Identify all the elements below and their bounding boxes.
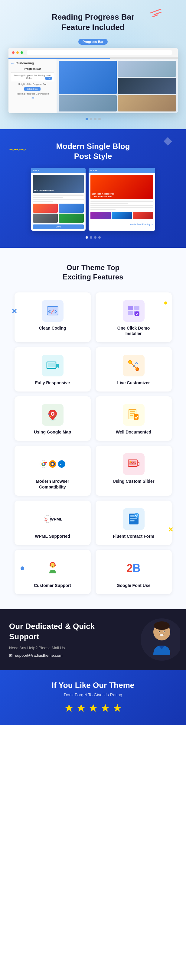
svg-rect-2 [128, 306, 133, 310]
star-1: ★ [64, 702, 74, 714]
blog-line-1 [33, 194, 84, 196]
font-icon-2: 2 [127, 562, 133, 574]
dot-inactive-1 [90, 118, 92, 120]
feature-card-support: Customer Support [14, 550, 91, 594]
chrome-icon [40, 460, 48, 468]
svg-point-56 [154, 621, 170, 630]
support-subtitle: Need Any Help? Please Mail Us [9, 646, 100, 650]
features-section: Our Theme Top Exciting Features ✕ ✕ Clea… [0, 248, 186, 609]
svg-rect-0 [47, 307, 58, 315]
fluent-form-icon [127, 512, 140, 526]
browser-icons-row: e [40, 460, 66, 468]
progress-bar-heading: Progress Bar [11, 67, 54, 70]
svg-point-53 [53, 565, 54, 565]
b-dot-2 [35, 170, 37, 171]
customizer-icon-wrapper [123, 355, 144, 376]
blog-dot-i1 [90, 236, 92, 239]
support-person-area [119, 616, 180, 664]
feature-card-google-map: Using Google Map [14, 396, 91, 441]
rating-subtitle: Don't Forget To Give Us Rating [9, 692, 177, 697]
blog-text-lines-left [33, 194, 84, 202]
blog-img-grid [33, 204, 84, 223]
responsive-label: Fully Responsive [19, 380, 86, 385]
support-icon [45, 561, 60, 576]
svg-point-21 [48, 414, 50, 415]
svg-point-30 [43, 463, 44, 465]
star-3: ★ [88, 702, 98, 714]
svg-point-14 [136, 368, 139, 371]
stars-container: ★ ★ ★ ★ ★ [9, 702, 177, 714]
support-title: Our Dedicated & Quick Support [9, 621, 100, 642]
feature-card-demo-installer: One Click Demo Installer [96, 293, 172, 342]
blog-dot-indicators [6, 236, 180, 239]
img-block-dark [118, 78, 176, 94]
fluent-form-label: Fluent Contact Form [100, 533, 167, 539]
browser-compat-icon-wrapper: e [42, 453, 64, 475]
blog-hero-main: Best Tech AccessoriesFor All Occasions [90, 175, 153, 199]
rating-title: If You Like Our Theme [9, 681, 177, 690]
img-block-3 [118, 95, 176, 111]
svg-point-52 [51, 565, 52, 565]
feature-card-docs: Well Documented [96, 396, 172, 441]
star-5: ★ [112, 702, 122, 714]
main-img-3 [133, 212, 153, 220]
mockup-split: ← Customizing Progress Bar Reading Progr… [8, 59, 178, 113]
font-icon-text: 2B [127, 563, 140, 574]
svg-point-60 [164, 632, 165, 632]
dot-active [86, 118, 88, 120]
svg-point-13 [128, 360, 131, 363]
browser-url-bar [27, 50, 172, 55]
blog-dot-active [86, 236, 88, 239]
responsive-icon-wrapper [42, 355, 64, 376]
read-more-area: Mobile Post Reading → [90, 221, 153, 226]
slider-label: Using Custom Slider [100, 479, 167, 484]
blog-line-3 [33, 199, 84, 200]
back-arrow-icon: ← [11, 61, 14, 65]
blog-line-2 [33, 197, 64, 198]
firefox-icon [49, 460, 56, 468]
main-line-5 [90, 209, 115, 210]
blog-text-lines-main [90, 200, 153, 210]
main-line-4 [90, 207, 153, 208]
blog-img-4 [59, 213, 84, 223]
svg-rect-51 [55, 564, 56, 566]
ie-icon: e [58, 460, 66, 468]
select-button[interactable]: Select Color [24, 87, 40, 91]
wpml-icon: Q WPML [43, 513, 62, 525]
feature-card-clean-coding: Clean Coding [14, 293, 91, 342]
support-label: Customer Support [19, 583, 86, 588]
browser-dot-yellow [16, 51, 19, 54]
main-line-3 [90, 205, 153, 206]
demo-installer-label: One Click Demo Installer [100, 325, 167, 336]
blog-img-3 [33, 213, 58, 223]
svg-rect-61 [160, 635, 164, 636]
slider-icon-wrapper [123, 453, 144, 475]
blog-mock-body-main: Best Tech AccessoriesFor All Occasions M… [88, 173, 155, 228]
browser-dot-green [21, 51, 23, 54]
font-icon-b: B [133, 562, 141, 574]
wpml-icon-wrapper: Q WPML [42, 508, 64, 530]
mockup-left-panel: ← Customizing Progress Bar Reading Progr… [8, 59, 57, 113]
img-block-blue [59, 61, 117, 94]
progress-bar-label: Progress Bar [79, 39, 107, 45]
wpml-label: WPML Supported [19, 533, 86, 539]
svg-point-39 [130, 461, 131, 463]
responsive-icon [46, 359, 59, 372]
dot-indicators [6, 118, 180, 120]
mockup-right-panel [57, 59, 178, 113]
svg-point-35 [58, 460, 65, 468]
fluent-form-icon-wrapper [123, 508, 144, 530]
section1-title: Reading Progress Bar Feature Included [6, 12, 180, 33]
email-icon: ✉ [9, 653, 13, 658]
blog-mock-left: Best Tech Accessories Entry [31, 168, 86, 231]
slider-icon [127, 457, 140, 471]
deco-x-right: ✕ [168, 526, 173, 534]
font-icon-wrapper: 2B [123, 557, 144, 579]
blog-cta-btn: Entry [33, 224, 84, 229]
blog-mock-main: Best Tech AccessoriesFor All Occasions M… [88, 168, 155, 231]
browser-mockup: ← Customizing Progress Bar Reading Progr… [8, 48, 178, 113]
deco-x-left: ✕ [11, 307, 17, 315]
google-map-icon [46, 408, 59, 422]
feature-card-slider: Using Custom Slider [96, 445, 172, 495]
dot-inactive-3 [98, 118, 101, 120]
